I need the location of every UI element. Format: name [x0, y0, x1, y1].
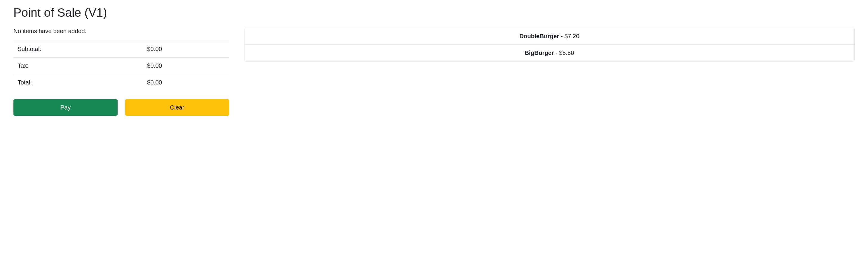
pay-button[interactable]: Pay	[13, 99, 118, 116]
tax-label: Tax:	[13, 58, 143, 74]
totals-table: Subtotal: $0.00 Tax: $0.00 Total: $0.00	[13, 40, 229, 91]
tax-row: Tax: $0.00	[13, 58, 229, 74]
product-sep: -	[559, 33, 564, 39]
product-sep: -	[554, 50, 559, 56]
product-item-doubleburger[interactable]: DoubleBurger - $7.20	[244, 28, 854, 45]
cart-panel: No items have been added. Subtotal: $0.0…	[13, 28, 229, 116]
page-title: Point of Sale (V1)	[13, 6, 855, 20]
product-name: DoubleBurger	[519, 33, 559, 39]
product-list: DoubleBurger - $7.20 BigBurger - $5.50	[244, 28, 855, 61]
subtotal-label: Subtotal:	[13, 41, 143, 58]
cart-empty-message: No items have been added.	[13, 28, 229, 35]
subtotal-row: Subtotal: $0.00	[13, 41, 229, 58]
product-panel: DoubleBurger - $7.20 BigBurger - $5.50	[244, 28, 855, 116]
tax-value: $0.00	[143, 58, 229, 74]
total-value: $0.00	[143, 74, 229, 91]
clear-button[interactable]: Clear	[125, 99, 229, 116]
product-price: $7.20	[564, 33, 579, 39]
subtotal-value: $0.00	[143, 41, 229, 58]
product-price: $5.50	[559, 50, 574, 56]
total-label: Total:	[13, 74, 143, 91]
product-name: BigBurger	[525, 50, 554, 56]
total-row: Total: $0.00	[13, 74, 229, 91]
product-item-bigburger[interactable]: BigBurger - $5.50	[244, 45, 854, 61]
